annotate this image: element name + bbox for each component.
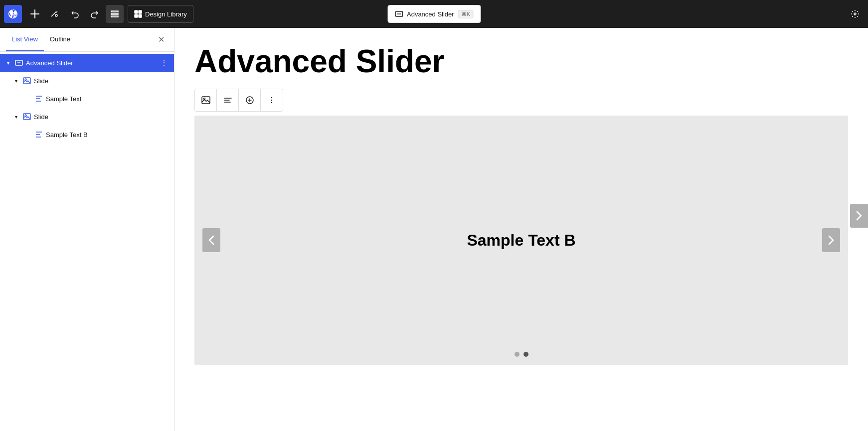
chevron-slide-1 xyxy=(12,77,20,85)
tree-label-sample-text-1: Sample Text xyxy=(46,95,170,103)
right-edge-nav-button[interactable] xyxy=(850,204,868,228)
block-icon xyxy=(395,10,403,18)
block-tool-add[interactable] xyxy=(239,89,261,111)
slider-container: Sample Text B xyxy=(194,116,848,365)
tree-item-slide-1[interactable]: Slide xyxy=(0,72,174,90)
advanced-slider-pill-label: Advanced Slider xyxy=(407,10,454,18)
tree-item-sample-text-b[interactable]: Sample Text B xyxy=(0,126,174,144)
image-icon-2 xyxy=(22,112,32,122)
block-toolbar xyxy=(194,89,283,112)
tab-outline[interactable]: Outline xyxy=(44,28,76,51)
chevron-slide-2 xyxy=(12,113,20,121)
tree-area: Advanced Slider ⋮ Slide Sample Text xyxy=(0,52,174,431)
chevron-sample-text-b xyxy=(24,131,32,139)
tree-item-advanced-slider[interactable]: Advanced Slider ⋮ xyxy=(0,54,174,72)
design-library-label: Design Library xyxy=(145,10,187,18)
heading-icon-2 xyxy=(34,130,44,140)
block-tool-more[interactable] xyxy=(261,89,283,111)
advanced-slider-pill[interactable]: Advanced Slider ⌘K xyxy=(387,5,481,23)
tree-item-sample-text-1[interactable]: Sample Text xyxy=(0,90,174,108)
add-block-button[interactable] xyxy=(26,5,44,23)
panel-close-button[interactable]: ✕ xyxy=(154,33,168,47)
content-area: Advanced Slider Sample Text B xyxy=(174,28,868,431)
tree-label-advanced-slider: Advanced Slider xyxy=(26,59,156,67)
toolbar-center: Advanced Slider ⌘K xyxy=(387,5,481,23)
svg-point-8 xyxy=(854,13,856,15)
slider-next-button[interactable] xyxy=(822,228,840,252)
tools-button[interactable] xyxy=(46,5,64,23)
settings-button[interactable] xyxy=(846,5,864,23)
chevron-advanced-slider xyxy=(4,59,12,67)
toolbar-right xyxy=(846,5,864,23)
svg-rect-1 xyxy=(111,13,118,14)
undo-button[interactable] xyxy=(66,5,84,23)
slider-current-text: Sample Text B xyxy=(467,231,575,250)
top-toolbar: Design Library Advanced Slider ⌘K xyxy=(0,0,868,28)
redo-button[interactable] xyxy=(86,5,104,23)
svg-rect-15 xyxy=(202,97,210,104)
svg-rect-0 xyxy=(111,11,118,12)
tree-label-slide-2: Slide xyxy=(34,113,170,121)
heading-icon-1 xyxy=(34,94,44,104)
svg-point-18 xyxy=(271,97,272,98)
list-view-button[interactable] xyxy=(106,5,124,23)
tree-label-sample-text-b: Sample Text B xyxy=(46,131,170,139)
slider-dots xyxy=(515,352,528,357)
slider-dot-2[interactable] xyxy=(523,352,528,357)
svg-rect-3 xyxy=(135,10,138,13)
slider-icon xyxy=(14,58,24,68)
chevron-sample-text-1 xyxy=(24,95,32,103)
svg-point-20 xyxy=(271,102,272,103)
slider-content: Sample Text B xyxy=(194,116,848,365)
page-title: Advanced Slider xyxy=(194,44,848,79)
block-tool-align[interactable] xyxy=(217,89,239,111)
wp-logo[interactable] xyxy=(4,5,22,23)
svg-rect-4 xyxy=(139,10,142,13)
main-area: List View Outline ✕ Advanced Slider ⋮ xyxy=(0,28,868,431)
svg-point-19 xyxy=(271,100,272,101)
keyboard-shortcut: ⌘K xyxy=(458,10,473,18)
tab-list-view[interactable]: List View xyxy=(6,28,44,51)
design-library-button[interactable]: Design Library xyxy=(128,5,193,23)
block-tool-image[interactable] xyxy=(195,89,217,111)
tree-item-slide-2[interactable]: Slide xyxy=(0,108,174,126)
slider-prev-button[interactable] xyxy=(202,228,220,252)
left-panel: List View Outline ✕ Advanced Slider ⋮ xyxy=(0,28,174,431)
tree-label-slide-1: Slide xyxy=(34,77,170,85)
tree-more-advanced-slider[interactable]: ⋮ xyxy=(158,57,170,69)
svg-rect-2 xyxy=(111,16,118,17)
slider-dot-1[interactable] xyxy=(515,352,520,357)
svg-rect-5 xyxy=(135,14,138,17)
svg-rect-6 xyxy=(139,14,142,17)
panel-tabs: List View Outline ✕ xyxy=(0,28,174,52)
image-icon-1 xyxy=(22,76,32,86)
